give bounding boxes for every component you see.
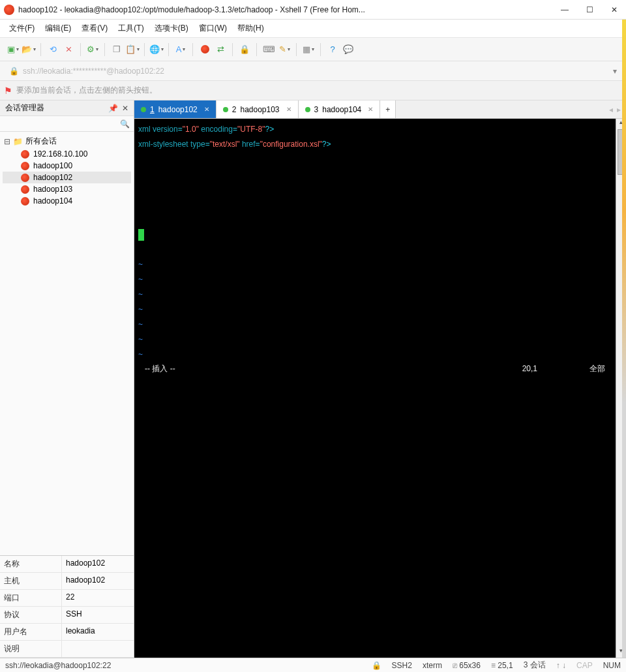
toolbar: ▣ 📂 ⟲ ⨯ ⚙ ❐ 📋 🌐 A ⇄ 🔒 ⌨ ✎ ▦ ? 💬 [0,38,626,61]
status-lock-icon: 🔒 [372,661,381,670]
session-item[interactable]: hadoop103 [3,183,131,195]
session-tabs: 1 hadoop102✕2 hadoop103✕3 hadoop104✕ + ◂… [134,100,626,119]
status-protocol: SSH2 [392,661,412,670]
hint-text: 要添加当前会话，点击左侧的箭头按钮。 [16,85,157,96]
menu-file[interactable]: 文件(F) [9,23,35,34]
session-icon [21,162,29,170]
tab-close-icon[interactable]: ✕ [204,106,209,113]
reconnect-icon[interactable]: ⟲ [46,43,59,56]
prop-value [62,641,134,657]
prop-label: 用户名 [0,624,62,640]
status-sessions: 3 会话 [524,660,546,671]
status-size: 65x36 [459,661,481,670]
session-icon [21,197,29,206]
prop-value: hadoop102 [62,573,134,589]
session-item[interactable]: hadoop102 [3,172,131,183]
menu-tabs[interactable]: 选项卡(B) [155,23,188,34]
tree-root[interactable]: ⊟📁 所有会话 [3,134,131,148]
hint-bar: ⚑ 要添加当前会话，点击左侧的箭头按钮。 [0,81,626,100]
menu-window[interactable]: 窗口(W) [199,23,227,34]
prop-label: 说明 [0,641,62,657]
prop-value: SSH [62,607,134,623]
status-connection: ssh://leokadia@hadoop102:22 [5,661,111,670]
terminal-editor[interactable]: xml version="1.0" encoding="UTF-8"?> xml… [134,119,626,658]
copy-icon[interactable]: ❐ [110,43,123,56]
session-manager-title: 会话管理器 [5,102,44,114]
text-cursor [138,229,144,241]
keyboard-icon[interactable]: ⌨ [262,43,275,56]
new-session-icon[interactable]: ▣ [7,43,20,56]
layout-icon[interactable]: ▦ [302,43,315,56]
session-item[interactable]: 192.168.10.100 [3,148,131,160]
accent-strip [622,20,626,658]
open-icon[interactable]: 📂 [22,43,35,56]
tab-close-icon[interactable]: ✕ [286,106,291,113]
vim-status-line: -- 插入 --20,1全部 [138,361,612,376]
status-bar: ssh://leokadia@hadoop102:22 🔒 SSH2 xterm… [0,658,626,672]
session-tree: ⊟📁 所有会话 192.168.10.100hadoop100hadoop102… [0,132,134,555]
disconnect-icon[interactable]: ⨯ [62,43,75,56]
app-icon [4,5,14,15]
window-titlebar: hadoop102 - leokadia@hadoop102:/opt/modu… [0,0,626,20]
status-cursor: 25,1 [498,661,513,670]
session-icon [21,185,29,194]
session-item[interactable]: hadoop100 [3,160,131,172]
lock-icon[interactable]: 🔒 [238,43,251,56]
minimize-button[interactable]: — [557,5,573,14]
prop-label: 名称 [0,556,62,572]
pin-icon[interactable]: 📌 [108,104,118,113]
prop-value: leokadia [62,624,134,640]
tab-hadoop104[interactable]: 3 hadoop104✕ [299,100,381,118]
status-capslock: CAP [576,661,593,670]
globe-icon[interactable]: 🌐 [150,43,163,56]
menu-bar: 文件(F) 编辑(E) 查看(V) 工具(T) 选项卡(B) 窗口(W) 帮助(… [0,20,626,38]
status-dot-icon [141,107,146,112]
window-title: hadoop102 - leokadia@hadoop102:/opt/modu… [18,5,557,14]
prop-value: 22 [62,590,134,606]
close-button[interactable]: ✕ [606,5,622,14]
flag-icon: ⚑ [4,85,12,96]
maximize-button[interactable]: ☐ [582,5,597,14]
chat-icon[interactable]: 💬 [342,43,355,56]
session-properties: 名称hadoop102主机hadoop102端口22协议SSH用户名leokad… [0,555,134,658]
tab-hadoop102[interactable]: 1 hadoop102✕ [134,100,216,118]
address-text: ssh://leokadia:***********@hadoop102:22 [23,67,164,76]
session-search[interactable]: 🔍 [0,116,134,132]
properties-icon[interactable]: ⚙ [86,43,99,56]
session-icon [21,174,29,182]
session-icon [21,150,29,159]
highlight-icon[interactable]: ✎ [278,43,291,56]
help-icon[interactable]: ? [326,43,339,56]
ssl-lock-icon: 🔒 [9,67,19,76]
panel-close-icon[interactable]: ✕ [122,104,128,113]
status-numlock: NUM [603,661,621,670]
prop-label: 端口 [0,590,62,606]
status-dot-icon [305,107,310,112]
prop-label: 主机 [0,573,62,589]
font-icon[interactable]: A [174,43,187,56]
session-item[interactable]: hadoop104 [3,195,131,207]
menu-view[interactable]: 查看(V) [82,23,108,34]
folder-icon: 📁 [13,137,23,146]
tab-hadoop103[interactable]: 2 hadoop103✕ [216,100,299,118]
status-dot-icon [223,107,228,112]
add-tab-button[interactable]: + [380,100,396,118]
menu-edit[interactable]: 编辑(E) [45,23,71,34]
xshell-icon[interactable] [198,43,211,56]
transfer-icon[interactable]: ⇄ [214,43,227,56]
prop-value: hadoop102 [62,556,134,572]
tab-close-icon[interactable]: ✕ [368,106,373,113]
menu-tools[interactable]: 工具(T) [118,23,143,34]
menu-help[interactable]: 帮助(H) [237,23,264,34]
address-bar[interactable]: 🔒 ssh://leokadia:***********@hadoop102:2… [0,61,626,81]
session-manager-panel: 会话管理器 📌 ✕ 🔍 ⊟📁 所有会话 192.168.10.100hadoop… [0,100,134,658]
tab-next-icon[interactable]: ▸ [617,105,621,114]
tab-prev-icon[interactable]: ◂ [609,105,613,114]
paste-icon[interactable]: 📋 [126,43,139,56]
prop-label: 协议 [0,607,62,623]
status-term: xterm [423,661,442,670]
address-dropdown-icon[interactable]: ▾ [613,67,617,76]
